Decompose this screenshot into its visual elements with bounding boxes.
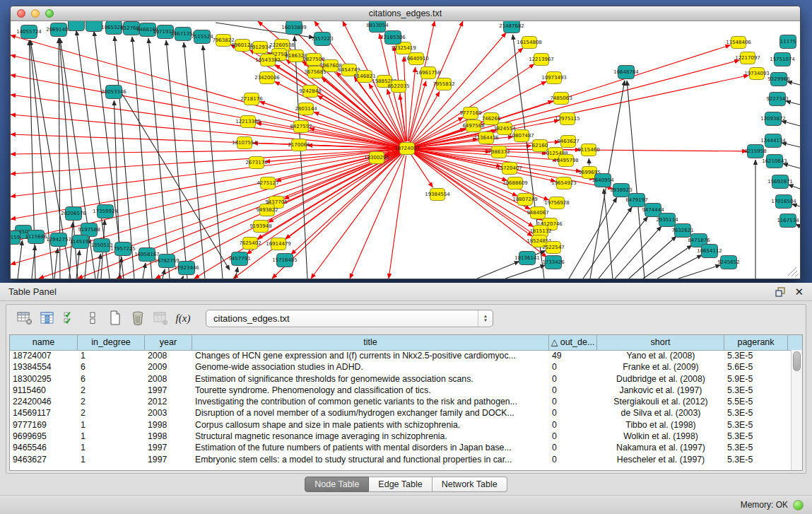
close-window-button[interactable] — [17, 9, 25, 18]
column-header-year[interactable]: year — [145, 335, 192, 350]
citation-edge-red[interactable] — [408, 67, 416, 141]
citation-edge-black[interactable] — [235, 267, 237, 279]
tab-edge-table[interactable]: Edge Table — [369, 477, 432, 492]
cell-in_degree: 1 — [78, 350, 145, 361]
citation-edge-black[interactable] — [678, 265, 721, 279]
column-header-out_de[interactable]: △ out_de... — [549, 335, 597, 350]
table-vertical-scrollbar[interactable] — [791, 350, 802, 470]
table-row[interactable]: 2242004622012Investigating the contribut… — [10, 396, 792, 407]
citation-edge-black[interactable] — [182, 276, 184, 279]
citation-edge-red[interactable] — [11, 148, 400, 154]
citation-edge-black[interactable] — [627, 81, 645, 279]
table-row[interactable]: 1872400712008Changes of HCN gene express… — [10, 350, 792, 361]
graph-node-label: 19734093 — [744, 71, 770, 76]
citation-edge-black[interactable] — [782, 121, 800, 126]
citation-edge-black[interactable] — [166, 40, 187, 279]
scrollbar-thumb[interactable] — [793, 351, 801, 371]
tab-node-table[interactable]: Node Table — [305, 477, 369, 492]
graph-node-label: 8813054 — [366, 23, 389, 28]
graph-node-label: 7485063 — [550, 95, 572, 101]
table-settings-icon[interactable] — [13, 309, 36, 327]
graph-node-label: 9474444 — [642, 207, 664, 213]
graph-node-label: 12093872 — [760, 116, 786, 122]
citation-edge-red[interactable] — [194, 152, 401, 279]
cell-short: Tibbo et al. (1998) — [597, 419, 724, 431]
citation-edge-black[interactable] — [604, 189, 613, 279]
citation-edge-red[interactable] — [389, 156, 406, 279]
graph-node-label: 7515524 — [191, 34, 213, 40]
citation-edge-black[interactable] — [18, 240, 23, 279]
graph-node-label: 8427552 — [290, 124, 312, 129]
table-row[interactable]: 1456911722003Disruption of a novel membe… — [10, 407, 792, 419]
column-header-pagerank[interactable]: pagerank — [724, 335, 788, 350]
citation-edge-black[interactable] — [657, 255, 702, 279]
citation-edge-red[interactable] — [11, 115, 400, 148]
float-panel-icon[interactable] — [775, 287, 786, 297]
import-table-icon[interactable] — [149, 309, 172, 327]
cell-name: 9115460 — [10, 385, 78, 396]
zoom-window-button[interactable] — [45, 9, 54, 18]
network-canvas[interactable]: 1872400718300295193845549777169746266649… — [11, 21, 800, 279]
memory-status-led-icon[interactable] — [793, 500, 804, 510]
citation-edge-black[interactable] — [184, 42, 205, 279]
citation-edge-red[interactable] — [414, 60, 740, 146]
cell-title: Embryonic stem cells: a model to study s… — [192, 454, 549, 465]
cell-name: 22420046 — [10, 396, 78, 407]
citation-edge-black[interactable] — [54, 248, 58, 279]
citation-edge-black[interactable] — [505, 265, 546, 279]
function-builder-icon[interactable]: f(x) — [172, 309, 194, 327]
table-row[interactable]: 969969511998Structural magnetic resonanc… — [10, 431, 792, 442]
table-selector-dropdown[interactable]: citations_edges.txt ▲▼ — [206, 310, 493, 327]
citation-edge-red[interactable] — [259, 102, 400, 146]
graph-node-label: 12325419 — [391, 45, 416, 51]
column-header-title[interactable]: title — [192, 335, 549, 350]
graph-node-label: 10688609 — [502, 180, 528, 186]
citation-edge-black[interactable] — [203, 45, 223, 279]
table-row[interactable]: 1938455462009Genome-wide association stu… — [10, 361, 792, 373]
citation-edge-black[interactable] — [792, 204, 800, 206]
citation-edge-red[interactable] — [11, 95, 400, 148]
cell-short: Yano et al. (2008) — [597, 350, 724, 361]
column-select-icon[interactable] — [36, 309, 59, 327]
citation-edge-black[interactable] — [148, 38, 170, 279]
cell-year: 2012 — [145, 396, 192, 407]
citation-edge-red[interactable] — [291, 153, 402, 255]
table-row[interactable]: 946362711997Embryonic stem cells: a mode… — [10, 454, 792, 465]
column-header-in_degree[interactable]: in_degree — [78, 335, 145, 350]
table-row[interactable]: 946554611997Estimation of the future num… — [10, 442, 792, 453]
citation-edge-black[interactable] — [788, 185, 800, 189]
select-rows-icon[interactable] — [59, 309, 81, 327]
citation-edge-black[interactable] — [69, 222, 73, 279]
cell-year: 2003 — [145, 407, 192, 419]
cell-title: Structural magnetic resonance image aver… — [192, 431, 549, 442]
citation-edge-red[interactable] — [412, 33, 507, 143]
tab-network-table[interactable]: Network Table — [433, 477, 507, 492]
column-header-short[interactable]: short — [597, 335, 724, 350]
citation-edge-red[interactable] — [11, 35, 400, 146]
citation-edge-red[interactable] — [39, 151, 401, 279]
close-panel-icon[interactable]: ✕ — [794, 286, 804, 297]
cell-year: 1998 — [145, 431, 192, 442]
citation-edge-black[interactable] — [143, 263, 146, 279]
graph-node-label: 1145194 — [69, 239, 92, 245]
cell-year: 2008 — [145, 373, 192, 385]
citation-edge-black[interactable] — [783, 163, 800, 168]
graph-node[interactable] — [86, 21, 102, 32]
table-row[interactable]: 1830029562008Estimation of significance … — [10, 373, 792, 385]
graph-node-label: 12942757 — [46, 237, 71, 243]
window-titlebar[interactable]: citations_edges.txt — [11, 6, 800, 21]
citation-edge-red[interactable] — [233, 153, 401, 279]
resize-grip-icon[interactable] — [788, 267, 798, 277]
table-row[interactable]: 911546021997Tourette syndrome. Phenomeno… — [10, 385, 792, 396]
new-table-icon[interactable] — [104, 309, 126, 327]
citation-edge-red[interactable] — [11, 149, 400, 197]
delete-table-icon[interactable] — [126, 309, 149, 327]
minimize-window-button[interactable] — [31, 9, 40, 18]
table-panel: Table Panel ✕ — [0, 283, 812, 514]
table-row[interactable]: 977716911998Corpus callosum shape and si… — [10, 419, 792, 431]
column-header-name[interactable]: name — [10, 335, 78, 350]
row-height-icon[interactable] — [81, 309, 104, 327]
graph-node[interactable] — [69, 21, 85, 31]
network-view-window[interactable]: citations_edges.txt 18724007183002951938… — [10, 6, 801, 279]
citation-edge-black[interactable] — [569, 197, 617, 279]
